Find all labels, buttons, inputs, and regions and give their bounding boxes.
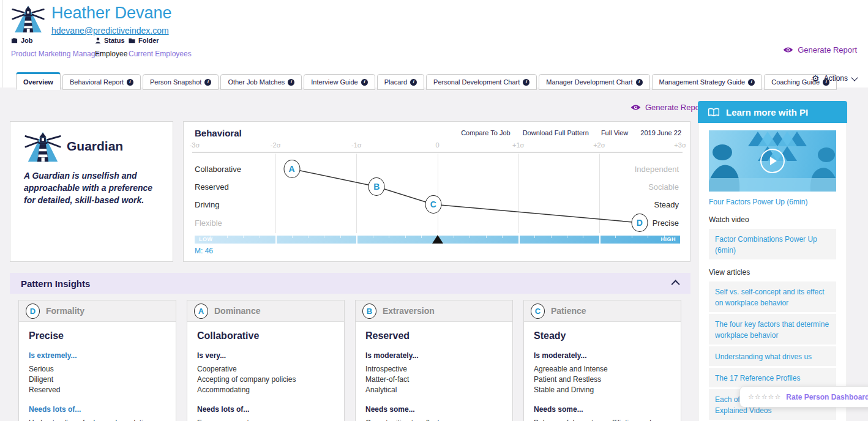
scale-tick [356, 236, 357, 244]
midpoint-marker [432, 235, 443, 244]
scale-tick [340, 236, 341, 238]
tab-overview[interactable]: Overview [16, 72, 61, 90]
video-item-link[interactable]: Factor Combinations Power Up (6min) [715, 235, 817, 255]
tab-personal-development-chart[interactable]: Personal Development Charti [426, 74, 537, 90]
factor-heading: Steady [534, 330, 671, 341]
scale-tick [260, 236, 260, 238]
article-link[interactable]: The four key factors that determine work… [715, 320, 829, 340]
insight-section: Is moderately...IntrospectiveMatter-of-f… [365, 351, 503, 395]
insight-section: Needs some...Opportunities to reflect [365, 405, 503, 421]
email-link[interactable]: hdevane@predictiveindex.com [51, 26, 169, 35]
axis-tick: -1σ [351, 141, 362, 149]
factor-point-b[interactable]: B [369, 177, 385, 196]
insight-item: Serious [29, 364, 166, 374]
insight-section-label: Is moderately... [365, 351, 503, 360]
insight-item: Matter-of-fact [365, 374, 503, 385]
person-icon [95, 37, 101, 43]
info-icon[interactable]: i [636, 79, 643, 86]
scale-tick [534, 236, 535, 238]
factor-name: Dominance [214, 306, 260, 316]
insight-item: Patient and Restless [534, 374, 671, 385]
tab-placard[interactable]: Placardi [377, 74, 424, 90]
video-thumbnail[interactable] [709, 130, 836, 192]
info-icon[interactable]: i [523, 79, 529, 86]
info-icon[interactable]: i [127, 79, 133, 86]
low-label: LOW [199, 236, 213, 244]
generate-report-button[interactable]: Generate Report [630, 103, 705, 112]
factor-card-formality: DFormalityPreciseIs extremely...SeriousD… [18, 300, 176, 421]
job-link[interactable]: Product Marketing Manager [11, 50, 102, 58]
learn-panel-header: Learn more with PI [698, 101, 847, 123]
tab-manager-development-chart[interactable]: Manager Development Charti [539, 74, 649, 90]
actions-label: Actions [824, 74, 848, 83]
meta-folder: Folder Current Employees [129, 37, 192, 58]
insight-section-label: Needs lots of... [197, 405, 334, 414]
factor-point-a[interactable]: A [283, 160, 300, 178]
insight-item: Balance of: Long-term affiliation and Va… [534, 418, 671, 421]
article-list-item[interactable]: Understanding what drives us [709, 346, 836, 366]
factor-name: Formality [46, 306, 84, 316]
factor-point-c[interactable]: C [425, 195, 441, 214]
watch-video-label: Watch video [709, 215, 836, 224]
insight-item: Diligent [29, 374, 166, 385]
actions-menu-button[interactable]: ⚙ Actions [812, 74, 857, 83]
page-title: Heather Devane [51, 4, 172, 23]
video-list: Factor Combinations Power Up (6min) [709, 229, 836, 259]
high-label: HIGH [661, 236, 676, 244]
video-link[interactable]: Four Factors Power Up (6min) [709, 198, 836, 207]
rate-label: Rate Person Dashboard [786, 393, 868, 401]
profile-card: Guardian A Guardian is unselfish and app… [10, 121, 173, 262]
insight-section: Is extremely...SeriousDiligentReserved [29, 351, 166, 395]
article-link[interactable]: Understanding what drives us [715, 352, 812, 361]
learn-panel-title: Learn more with PI [726, 107, 808, 117]
lighthouse-icon [24, 129, 62, 165]
info-icon[interactable]: i [410, 79, 417, 86]
insight-section-label: Is extremely... [29, 351, 166, 360]
full-view-link[interactable]: Full View [601, 129, 628, 136]
compare-to-job-link[interactable]: Compare To Job [461, 129, 511, 136]
article-link[interactable]: The 17 Reference Profiles [715, 374, 800, 382]
info-icon[interactable]: i [748, 79, 755, 86]
article-list-item[interactable]: The 17 Reference Profiles [709, 368, 836, 387]
factor-point-d[interactable]: D [631, 214, 648, 232]
insight-section-label: Needs lots of... [29, 405, 166, 414]
scale-tick [551, 236, 552, 238]
scale-tick [421, 236, 422, 238]
tab-interview-guide[interactable]: Interview Guidei [304, 74, 375, 90]
folder-link[interactable]: Current Employees [129, 50, 192, 58]
article-list-item[interactable]: The four key factors that determine work… [709, 314, 836, 345]
factor-label-independent: Independent [635, 165, 679, 174]
scale-tick [648, 236, 648, 238]
article-list-item[interactable]: Self vs. self-concept and its effect on … [709, 281, 836, 312]
gridline [356, 154, 357, 233]
scale-tick [599, 236, 600, 244]
tab-other-job-matches[interactable]: Other Job Matchesi [220, 74, 302, 90]
factor-label-flexible: Flexible [195, 218, 222, 228]
factor-cards-row: DFormalityPreciseIs extremely...SeriousD… [18, 300, 681, 421]
factor-heading: Reserved [365, 330, 503, 341]
tab-label: Overview [23, 78, 53, 86]
info-icon[interactable]: i [361, 79, 368, 86]
tab-person-snapshot[interactable]: Person Snapshoti [143, 74, 219, 90]
meta-label: Job [21, 37, 33, 44]
rate-dashboard-button[interactable]: ☆☆☆☆☆ Rate Person Dashboard [739, 386, 868, 408]
info-icon[interactable]: i [288, 79, 294, 86]
tab-management-strategy-guide[interactable]: Management Strategy Guidei [652, 74, 763, 90]
factor-letter-badge: C [531, 304, 545, 319]
factor-name: Extraversion [383, 306, 435, 316]
video-list-item[interactable]: Factor Combinations Power Up (6min) [709, 229, 836, 259]
status-value: Employee [95, 50, 127, 58]
download-full-pattern-link[interactable]: Download Full Pattern [523, 129, 589, 136]
play-icon[interactable] [760, 149, 785, 173]
chevron-up-icon[interactable] [672, 280, 680, 288]
generate-report-button[interactable]: Generate Report [783, 45, 857, 54]
star-rating-icons[interactable]: ☆☆☆☆☆ [748, 393, 781, 401]
pattern-insights-title: Pattern Insights [21, 278, 90, 289]
article-link[interactable]: Self vs. self-concept and its effect on … [715, 288, 825, 307]
factor-card-patience: CPatienceSteadyIs moderately...Agreeable… [523, 300, 681, 421]
info-icon[interactable]: i [204, 79, 211, 86]
scale-tick [292, 236, 293, 238]
tab-behavioral-report[interactable]: Behavioral Reporti [62, 74, 141, 90]
meta-status: Status Employee [95, 37, 127, 58]
scale-tick [486, 236, 487, 238]
